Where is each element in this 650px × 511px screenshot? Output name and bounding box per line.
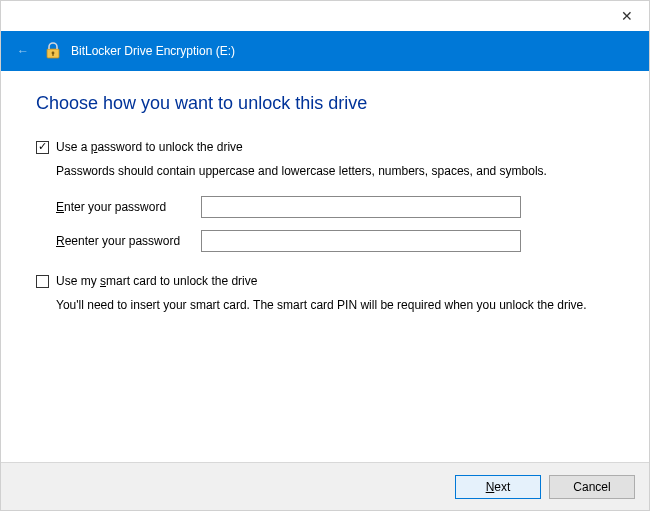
password-helper-text: Passwords should contain uppercase and l…: [56, 164, 614, 178]
password-checkbox-row[interactable]: Use a password to unlock the drive: [36, 140, 614, 154]
enter-password-input[interactable]: [201, 196, 521, 218]
titlebar: ✕: [1, 1, 649, 31]
reenter-password-input[interactable]: [201, 230, 521, 252]
reenter-password-row: Reenter your password: [56, 230, 614, 252]
close-button[interactable]: ✕: [604, 1, 649, 31]
cancel-button[interactable]: Cancel: [549, 475, 635, 499]
back-arrow-icon: ←: [17, 44, 29, 58]
smartcard-checkbox[interactable]: [36, 275, 49, 288]
smartcard-checkbox-label: Use my smart card to unlock the drive: [56, 274, 257, 288]
password-checkbox-label: Use a password to unlock the drive: [56, 140, 243, 154]
close-icon: ✕: [621, 8, 633, 24]
window-title: BitLocker Drive Encryption (E:): [71, 44, 235, 58]
header-bar: ← BitLocker Drive Encryption (E:): [1, 31, 649, 71]
next-button[interactable]: Next: [455, 475, 541, 499]
svg-rect-2: [52, 53, 53, 56]
smartcard-checkbox-row[interactable]: Use my smart card to unlock the drive: [36, 274, 614, 288]
back-button[interactable]: ←: [11, 39, 35, 63]
smartcard-option-block: Use my smart card to unlock the drive Yo…: [36, 274, 614, 312]
bitlocker-icon: [43, 41, 63, 61]
password-option-block: Use a password to unlock the drive Passw…: [36, 140, 614, 252]
enter-password-label: Enter your password: [56, 200, 201, 214]
password-checkbox[interactable]: [36, 141, 49, 154]
footer: Next Cancel: [1, 462, 649, 510]
page-heading: Choose how you want to unlock this drive: [36, 93, 614, 114]
content-area: Choose how you want to unlock this drive…: [1, 71, 649, 340]
enter-password-row: Enter your password: [56, 196, 614, 218]
smartcard-helper-text: You'll need to insert your smart card. T…: [56, 298, 614, 312]
reenter-password-label: Reenter your password: [56, 234, 201, 248]
